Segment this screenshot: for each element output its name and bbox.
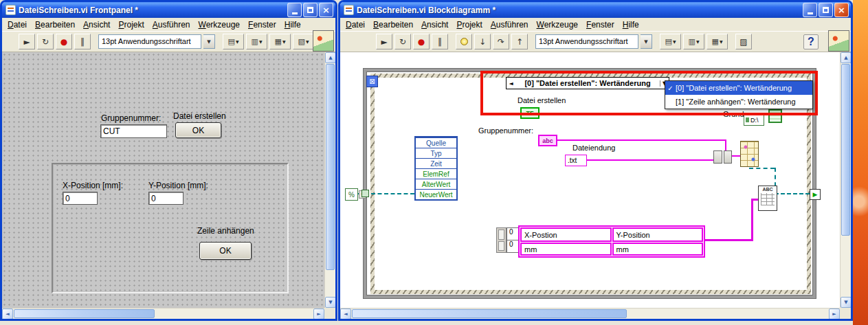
blockdiagram-titlebar[interactable]: DateiSchreiben.vi Blockdiagramm * × <box>340 2 851 18</box>
menu-item[interactable]: Bearbeiten <box>369 19 417 31</box>
vertical-scrollbar[interactable]: ▲ ▼ <box>840 52 851 308</box>
string-function-node[interactable] <box>713 150 732 164</box>
string-constant-txt[interactable]: .txt <box>565 155 587 166</box>
distribute-objects-button[interactable]: ▥▼ <box>246 34 267 49</box>
highlight-execution-button[interactable] <box>456 34 472 49</box>
wire-cluster[interactable] <box>705 239 753 241</box>
file-function-node[interactable] <box>768 109 782 123</box>
scroll-down-button[interactable]: ▼ <box>841 297 851 308</box>
event-data-field[interactable]: Quelle <box>416 137 456 148</box>
dropdown-menu-item[interactable]: [1] "Zeile anhängen": Wertänderung <box>665 95 812 109</box>
x-position-input[interactable] <box>63 192 98 205</box>
y-header-cell[interactable]: Y-Position <box>612 227 704 242</box>
loop-input-tunnel[interactable] <box>361 190 369 197</box>
vertical-scroll-thumb[interactable] <box>326 64 335 270</box>
wire-reference[interactable] <box>749 168 775 169</box>
menu-item[interactable]: Werkzeuge <box>194 19 244 31</box>
close-button[interactable]: × <box>834 3 849 17</box>
step-over-button[interactable]: ↷ <box>493 34 509 49</box>
format-into-string-node[interactable] <box>740 141 759 167</box>
event-data-field[interactable]: ElemRef <box>416 168 456 179</box>
menu-item[interactable]: Ansicht <box>79 19 114 31</box>
reorder-objects-button[interactable]: ▧▼ <box>293 34 314 49</box>
event-data-field[interactable]: Zeit <box>416 158 456 168</box>
datei-erstellen-ok-button[interactable]: OK <box>175 122 221 138</box>
menu-item[interactable]: Datei <box>3 19 31 31</box>
gruppenummer-input[interactable] <box>100 124 167 138</box>
menu-item[interactable]: Hilfe <box>619 19 643 31</box>
run-continuous-button[interactable]: ↻ <box>37 34 54 49</box>
scroll-right-button[interactable]: ► <box>829 309 840 319</box>
align-objects-button[interactable]: ▤▼ <box>660 34 681 49</box>
step-into-button[interactable]: ↓ <box>474 34 491 49</box>
resize-objects-button[interactable]: ▦▼ <box>269 34 291 49</box>
event-timeout-terminal[interactable]: ⊠ <box>366 76 378 87</box>
event-data-field[interactable]: Typ <box>416 148 456 158</box>
y-position-input[interactable] <box>148 192 183 205</box>
scroll-down-button[interactable]: ▼ <box>325 297 335 308</box>
menu-item[interactable]: Ausführen <box>148 19 194 31</box>
array-index-selector[interactable] <box>496 227 507 253</box>
horizontal-scroll-thumb[interactable] <box>352 309 627 318</box>
xy-cluster-constant[interactable]: X-Postion Y-Position mm mm <box>518 225 705 258</box>
horizontal-scroll-thumb[interactable] <box>14 309 155 318</box>
font-selector-arrow-icon[interactable]: ▼ <box>641 34 652 49</box>
font-selector[interactable]: 13pt Anwendungsschriftart <box>535 34 638 49</box>
format-string-constant[interactable]: % <box>345 188 358 201</box>
wire-string[interactable] <box>557 139 726 141</box>
array-to-spreadsheet-node[interactable]: ABC <box>758 186 777 211</box>
scroll-up-button[interactable]: ▲ <box>841 52 851 63</box>
wire-reference[interactable] <box>775 193 810 194</box>
vertical-scrollbar[interactable]: ▲ ▼ <box>324 52 335 308</box>
scroll-right-button[interactable]: ► <box>313 309 324 319</box>
vertical-scroll-thumb[interactable] <box>841 64 850 236</box>
event-data-node[interactable]: QuelleTypZeitElemRefAlterWertNeuerWert <box>414 136 458 201</box>
abort-button[interactable]: ● <box>413 34 430 49</box>
menu-item[interactable]: Werkzeuge <box>533 19 582 31</box>
wire-cluster[interactable] <box>751 199 758 201</box>
menu-item[interactable]: Fenster <box>582 19 619 31</box>
resize-objects-button[interactable]: ▦▼ <box>706 34 728 49</box>
font-selector-arrow-icon[interactable]: ▼ <box>203 34 215 49</box>
event-data-field[interactable]: AlterWert <box>416 179 456 189</box>
distribute-objects-button[interactable]: ▥▼ <box>683 34 704 49</box>
string-terminal[interactable]: abc <box>538 135 557 146</box>
x-header-cell[interactable]: X-Postion <box>520 227 612 242</box>
vi-icon-thumbnail[interactable] <box>828 30 849 52</box>
abort-button[interactable]: ● <box>56 34 72 49</box>
menu-item[interactable]: Ausführen <box>487 19 533 31</box>
scroll-left-button[interactable]: ◄ <box>340 309 351 319</box>
event-case-selector[interactable]: ◄ [0] "Datei erstellen": Wertänderung ▼ <box>506 77 669 89</box>
run-button[interactable]: ► <box>376 34 392 49</box>
maximize-button[interactable] <box>819 3 833 17</box>
scroll-up-button[interactable]: ▲ <box>325 52 335 63</box>
menu-item[interactable]: Ansicht <box>417 19 452 31</box>
minimize-button[interactable] <box>803 3 817 17</box>
path-constant[interactable]: D:\ <box>744 114 764 126</box>
close-button[interactable]: × <box>319 3 333 17</box>
horizontal-scrollbar[interactable]: ◄ ► <box>2 308 324 319</box>
pause-button[interactable]: ‖ <box>74 34 91 49</box>
menu-item[interactable]: Datei <box>342 19 369 31</box>
font-selector[interactable]: 13pt Anwendungsschriftart <box>98 34 201 49</box>
dropdown-menu-item[interactable]: ✓ [0] "Datei erstellen": Wertänderung <box>665 81 812 95</box>
maximize-button[interactable] <box>303 3 318 17</box>
step-out-button[interactable]: ↑ <box>511 34 528 49</box>
wire-string[interactable] <box>587 159 713 161</box>
menu-item[interactable]: Bearbeiten <box>31 19 79 31</box>
cleanup-diagram-button[interactable]: ▨ <box>735 34 752 49</box>
previous-case-icon[interactable]: ◄ <box>507 80 515 87</box>
loop-output-tunnel[interactable]: ▶ <box>810 189 821 200</box>
boolean-terminal[interactable]: TF <box>520 107 539 119</box>
vi-icon-thumbnail[interactable] <box>313 30 334 52</box>
menu-item[interactable]: Projekt <box>114 19 148 31</box>
scroll-left-button[interactable]: ◄ <box>2 309 13 319</box>
menu-item[interactable]: Hilfe <box>280 19 305 31</box>
menu-item[interactable]: Fenster <box>244 19 280 31</box>
run-button[interactable]: ► <box>19 34 35 49</box>
wire-string[interactable] <box>732 155 740 157</box>
y-unit-cell[interactable]: mm <box>612 243 704 256</box>
x-unit-cell[interactable]: mm <box>520 243 612 256</box>
align-objects-button[interactable]: ▤▼ <box>223 34 244 49</box>
wire-cluster[interactable] <box>751 199 753 241</box>
